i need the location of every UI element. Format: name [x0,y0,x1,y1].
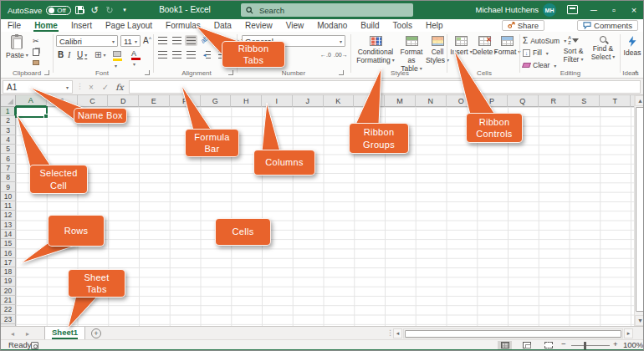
menu-tab-help[interactable]: Help [419,19,450,32]
conditional-formatting-button[interactable]: Conditional Formatting [355,36,396,64]
format-cells-button[interactable]: Format [496,36,519,56]
row-header-18[interactable]: 18 [1,267,16,277]
align-bottom-button[interactable] [185,35,197,46]
menu-tab-page-layout[interactable]: Page Layout [99,19,159,32]
column-header-M[interactable]: M [385,95,416,107]
bold-button[interactable]: B [58,50,64,59]
row-header-16[interactable]: 16 [1,248,16,257]
font-color-button[interactable]: A [131,49,141,69]
font-size-select[interactable]: 11▾ [120,35,141,47]
ribbon-display-options-button[interactable] [567,5,578,14]
row-header-10[interactable]: 10 [1,192,16,201]
zoom-slider-thumb[interactable] [584,342,586,349]
zoom-out-button[interactable]: − [561,339,566,348]
cancel-button[interactable]: × [84,80,98,94]
align-top-button[interactable] [156,35,169,46]
align-center-button[interactable] [171,49,183,60]
decrease-decimal-button[interactable]: .00→ [334,52,348,58]
number-dialog-launcher[interactable] [339,70,344,75]
menu-tab-formulas[interactable]: Formulas [159,19,207,32]
next-sheet-arrow[interactable]: ▸ [21,327,34,340]
clear-button[interactable]: Clear [523,61,556,69]
column-header-T[interactable]: T [600,95,631,107]
page-layout-view-button[interactable] [519,341,534,349]
normal-view-button[interactable] [498,341,512,349]
increase-decimal-button[interactable]: ←.0 [320,52,331,58]
share-button[interactable]: Share [502,20,544,31]
menu-tab-home[interactable]: Home [28,19,64,32]
comments-button[interactable]: Comments [577,20,638,31]
enter-button[interactable]: ✓ [99,80,112,94]
scroll-down-arrow[interactable]: ▼ [635,315,644,326]
column-header-J[interactable]: J [293,95,324,107]
row-header-15[interactable]: 15 [1,239,16,248]
row-header-6[interactable]: 6 [1,154,16,163]
sheet-tab-sheet1[interactable]: Sheet1 [44,327,85,340]
name-box-dropdown-icon[interactable]: ▾ [66,84,69,90]
fill-button[interactable]: ↓Fill [523,48,549,57]
row-header-22[interactable]: 22 [1,305,16,314]
delete-cells-button[interactable]: Delete [473,36,496,56]
row-header-21[interactable]: 21 [1,296,16,305]
select-all-corner[interactable] [1,95,16,107]
formula-bar-splitter[interactable]: ⋮ [76,82,84,90]
save-button[interactable] [73,1,86,19]
alignment-dialog-launcher[interactable] [228,70,233,75]
column-header-I[interactable]: I [262,95,293,107]
row-header-3[interactable]: 3 [1,126,16,135]
menu-tab-data[interactable]: Data [207,19,238,32]
column-header-D[interactable]: D [108,95,139,107]
row-header-7[interactable]: 7 [1,164,16,173]
column-header-P[interactable]: P [477,95,508,107]
insert-cells-button[interactable]: Insert [450,36,473,56]
redo-button[interactable]: ↻ [103,1,116,19]
zoom-level[interactable]: 100% [623,340,643,349]
italic-button[interactable]: I [68,50,70,59]
row-header-1[interactable]: 1 [1,107,16,116]
row-header-23[interactable]: 23 [1,315,16,324]
formula-input[interactable] [129,80,641,94]
column-header-R[interactable]: R [539,95,570,107]
sort-filter-button[interactable]: AZ Sort & Filter [560,36,587,64]
column-header-G[interactable]: G [201,95,232,107]
cell-styles-button[interactable]: Cell Styles [427,36,447,64]
page-break-view-button[interactable] [541,341,555,349]
decrease-indent-button[interactable]: ◂ [201,49,213,60]
name-box[interactable]: A1 ▾ [3,80,73,94]
maximize-button[interactable]: ▫ [605,1,623,19]
clipboard-dialog-launcher[interactable] [44,70,49,75]
avatar[interactable]: MH [543,3,556,17]
row-header-11[interactable]: 11 [1,201,16,211]
row-header-9[interactable]: 9 [1,182,16,191]
selected-cell-a1[interactable] [15,106,48,118]
user-name[interactable]: Michael Hutchens [475,1,539,19]
fill-color-button[interactable] [113,49,122,70]
align-right-button[interactable] [185,49,197,60]
column-header-B[interactable]: B [47,95,78,107]
row-header-12[interactable]: 12 [1,211,16,220]
undo-button[interactable]: ↺ [88,1,101,19]
column-header-L[interactable]: L [354,95,385,107]
ideas-button[interactable]: Ideas [622,36,642,57]
search-input[interactable] [258,5,408,16]
scroll-up-arrow[interactable]: ▲ [635,95,644,106]
vertical-scrollbar-thumb[interactable] [636,107,644,312]
menu-tab-file[interactable]: File [1,19,28,32]
format-painter-button[interactable] [33,60,39,65]
search-box[interactable] [241,3,413,17]
copy-button[interactable] [33,48,39,56]
vertical-scrollbar[interactable]: ▲ ▼ [634,95,644,326]
horizontal-scrollbar-thumb[interactable] [405,330,621,338]
collapse-ribbon-button[interactable]: ˄ [634,69,638,76]
find-select-button[interactable]: Find & Select [589,36,617,61]
cut-button[interactable]: ✂ [33,37,39,45]
borders-button[interactable]: ⊞ [95,50,105,59]
new-sheet-button[interactable]: + [91,328,101,338]
menu-tab-tools[interactable]: Tools [386,19,419,32]
column-header-K[interactable]: K [324,95,355,107]
row-header-20[interactable]: 20 [1,287,16,296]
previous-sheet-arrow[interactable]: ◂ [6,327,19,340]
macro-record-icon[interactable] [31,342,38,349]
row-header-19[interactable]: 19 [1,277,16,286]
row-header-2[interactable]: 2 [1,116,16,125]
